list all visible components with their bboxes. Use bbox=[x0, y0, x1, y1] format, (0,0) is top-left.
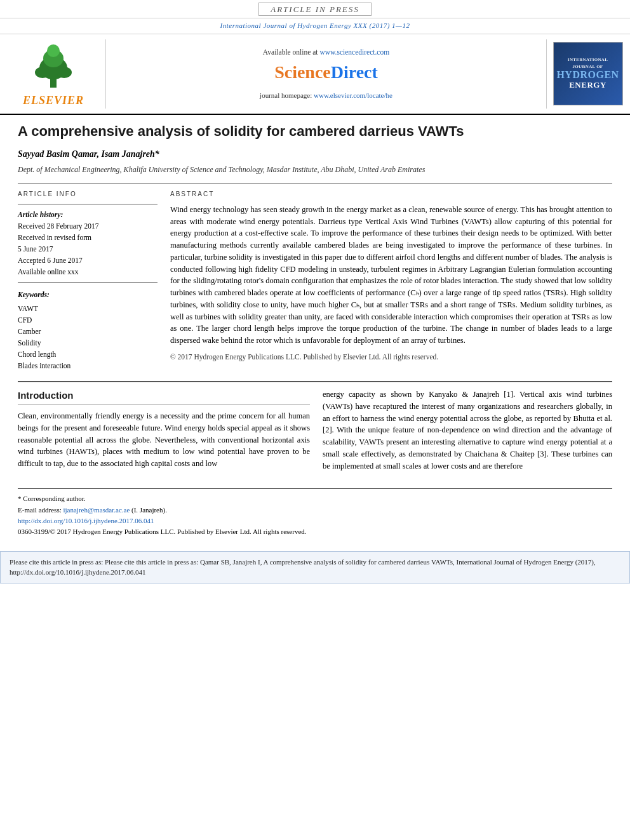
banner-label: Article in Press bbox=[258, 3, 372, 16]
keyword-item: CFD bbox=[18, 315, 158, 325]
sciencedirect-logo: ScienceDirect bbox=[274, 60, 378, 84]
abstract-text: Wind energy technology has seen steady g… bbox=[170, 204, 612, 363]
article-in-press-banner: Article in Press bbox=[0, 0, 630, 18]
badge-energy: ENERGY bbox=[569, 80, 607, 91]
abstract-header: Abstract bbox=[170, 190, 612, 199]
intro-heading: Introduction bbox=[18, 389, 310, 405]
accepted: Accepted 6 June 2017 bbox=[18, 255, 158, 265]
keywords-divider bbox=[18, 282, 158, 283]
title-divider bbox=[18, 183, 612, 183]
keywords-list: VAWTCFDCamberSolidityChord lengthBlades … bbox=[18, 303, 158, 371]
available-online: Available online xxx bbox=[18, 267, 158, 277]
email-line: E-mail address: ijanajreh@masdar.ac.ae (… bbox=[18, 505, 612, 515]
header-center: Available online at www.sciencedirect.co… bbox=[112, 39, 540, 109]
section-divider bbox=[18, 381, 612, 382]
available-online: Available online at www.sciencedirect.co… bbox=[263, 47, 389, 57]
footer-copyright: 0360-3199/© 2017 Hydrogen Energy Publica… bbox=[18, 527, 612, 537]
badge-hydrogen: HYDROGEN bbox=[556, 70, 619, 80]
header-area: ELSEVIER Available online at www.science… bbox=[0, 34, 630, 115]
two-col-layout: Article Info Article history: Received 2… bbox=[18, 190, 612, 372]
badge-international: INTERNATIONAL bbox=[568, 57, 608, 63]
received-2-date: 5 June 2017 bbox=[18, 244, 158, 254]
svg-point-4 bbox=[35, 67, 50, 78]
introduction-section: Introduction Clean, environmentally frie… bbox=[18, 389, 612, 477]
history-label: Article history: bbox=[18, 210, 158, 220]
hydrogen-energy-badge: INTERNATIONAL JOURNAL OF HYDROGEN ENERGY bbox=[553, 42, 623, 105]
email-link[interactable]: ijanajreh@masdar.ac.ae bbox=[63, 506, 130, 514]
header-right: INTERNATIONAL JOURNAL OF HYDROGEN ENERGY bbox=[546, 39, 622, 109]
journal-line: International Journal of Hydrogen Energy… bbox=[0, 18, 630, 34]
keyword-item: VAWT bbox=[18, 303, 158, 314]
citation-text: Please cite this article in press as: Pl… bbox=[10, 558, 596, 577]
received-1: Received 28 February 2017 bbox=[18, 221, 158, 231]
footer-notes: * Corresponding author. E-mail address: … bbox=[18, 488, 612, 537]
journal-homepage-link[interactable]: www.elsevier.com/locate/he bbox=[314, 91, 392, 99]
right-column: Abstract Wind energy technology has seen… bbox=[170, 190, 612, 372]
authors: Sayyad Basim Qamar, Isam Janajreh* bbox=[18, 148, 612, 161]
main-content: A comprehensive analysis of solidity for… bbox=[0, 115, 630, 545]
keywords-label: Keywords: bbox=[18, 291, 50, 298]
keyword-item: Solidity bbox=[18, 338, 158, 348]
svg-point-3 bbox=[47, 44, 60, 57]
article-history: Article history: Received 28 February 20… bbox=[18, 210, 158, 277]
keyword-item: Camber bbox=[18, 326, 158, 337]
elsevier-text: ELSEVIER bbox=[23, 93, 84, 109]
citation-bar: Please cite this article in press as: Pl… bbox=[0, 551, 630, 583]
intro-right-col: energy capacity as shown by Kanyako & Ja… bbox=[323, 389, 612, 477]
svg-point-5 bbox=[57, 67, 72, 78]
corresponding-author: * Corresponding author. bbox=[18, 494, 612, 503]
article-title: A comprehensive analysis of solidity for… bbox=[18, 123, 612, 141]
keyword-item: Blades interaction bbox=[18, 361, 158, 371]
intro-left-col: Introduction Clean, environmentally frie… bbox=[18, 389, 310, 477]
doi-line[interactable]: http://dx.doi.org/10.1016/j.ijhydene.201… bbox=[18, 516, 612, 526]
info-divider bbox=[18, 204, 158, 204]
intro-para-2: energy capacity as shown by Kanyako & Ja… bbox=[323, 389, 612, 472]
intro-text-right: energy capacity as shown by Kanyako & Ja… bbox=[323, 389, 612, 472]
affiliation: Dept. of Mechanical Engineering, Khalifa… bbox=[18, 164, 612, 175]
received-2-label: Received in revised form bbox=[18, 232, 158, 243]
intro-text-left: Clean, environmentally friendly energy i… bbox=[18, 410, 310, 470]
abstract-paragraph: Wind energy technology has seen steady g… bbox=[170, 204, 612, 347]
intro-para-1: Clean, environmentally friendly energy i… bbox=[18, 410, 310, 470]
abstract-copyright: © 2017 Hydrogen Energy Publications LLC.… bbox=[170, 352, 612, 363]
left-column: Article Info Article history: Received 2… bbox=[18, 190, 158, 372]
elsevier-logo: ELSEVIER bbox=[8, 39, 106, 109]
elsevier-tree-icon bbox=[25, 39, 82, 90]
keywords-section: Keywords: VAWTCFDCamberSolidityChord len… bbox=[18, 289, 158, 371]
article-info-header: Article Info bbox=[18, 190, 158, 199]
keyword-item: Chord length bbox=[18, 349, 158, 359]
journal-homepage: journal homepage: www.elsevier.com/locat… bbox=[260, 91, 392, 100]
journal-line-text: International Journal of Hydrogen Energy… bbox=[220, 22, 410, 29]
